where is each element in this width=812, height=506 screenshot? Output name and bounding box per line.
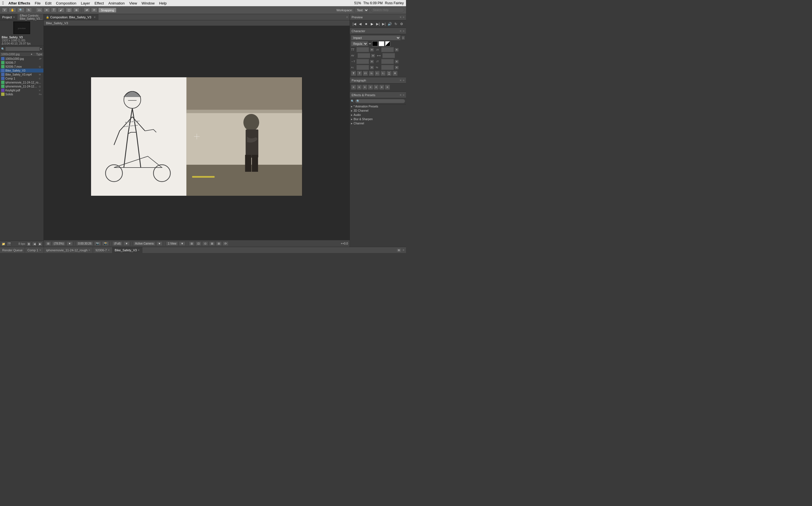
tool-hand[interactable]: ✋: [9, 8, 16, 12]
tsukuri-input[interactable]: 0 %: [381, 65, 394, 70]
menu-view[interactable]: View: [129, 1, 137, 5]
project-item-6[interactable]: iphonemovie_11-24-12_rough: [0, 80, 43, 84]
preview-next-frame[interactable]: ▶|: [376, 21, 381, 26]
tab-effect-controls[interactable]: Effect Controls: Bike_Safety_V3... ✕: [17, 14, 48, 20]
caps-button[interactable]: TT: [363, 71, 368, 76]
apple-menu[interactable]: : [2, 1, 4, 6]
effects-search-input[interactable]: [355, 99, 405, 103]
tl-expand-btn[interactable]: ⊞: [396, 248, 402, 252]
view-count[interactable]: 1 View: [166, 241, 178, 246]
menu-edit[interactable]: Edit: [45, 1, 51, 5]
tool-pen[interactable]: ✒: [44, 8, 50, 12]
project-search-input[interactable]: [5, 47, 40, 51]
zoom-selector[interactable]: ▼: [67, 241, 73, 246]
close-preview[interactable]: ✕: [400, 16, 402, 19]
next-button[interactable]: ▶: [38, 242, 42, 246]
snapping-button[interactable]: Snapping: [98, 8, 117, 13]
menu-composition[interactable]: Composition: [56, 1, 76, 5]
menu-window[interactable]: Window: [141, 1, 155, 5]
menu-effect[interactable]: Effect: [94, 1, 104, 5]
font-size-dropdown[interactable]: ▼: [370, 48, 374, 52]
quality-selector[interactable]: (Full): [112, 241, 122, 246]
leading-input[interactable]: Auto: [381, 47, 394, 52]
preview-loop[interactable]: ↻: [393, 21, 398, 26]
justify-left[interactable]: ≡: [368, 85, 373, 90]
fill-color-box[interactable]: [372, 41, 378, 46]
preview-first-frame[interactable]: |◀: [352, 21, 357, 26]
project-item-3[interactable]: Bike_Safety_V3: [0, 69, 43, 73]
small-caps-button[interactable]: Tt: [369, 71, 374, 76]
fg-bg-swap[interactable]: [385, 41, 390, 46]
tab-render-queue[interactable]: Render Queue: [0, 247, 25, 253]
character-menu[interactable]: ≡: [403, 29, 404, 32]
close-effects[interactable]: ✕: [400, 94, 402, 96]
viewer-opts-1[interactable]: ⊞: [189, 241, 195, 246]
justify-full[interactable]: ≡: [385, 85, 390, 90]
viewer-opts-6[interactable]: ⟳: [223, 241, 228, 246]
comp-options-icon[interactable]: ≡: [346, 15, 348, 19]
close-iphone-tab[interactable]: ✕: [88, 249, 91, 252]
menu-help[interactable]: Help: [159, 1, 167, 5]
close-character[interactable]: ✕: [400, 29, 402, 32]
snapshot-btn[interactable]: 📸: [102, 241, 109, 246]
close-comp1-tab[interactable]: ✕: [39, 249, 41, 252]
category-3d-channel[interactable]: ▶ 3D Channel: [350, 108, 406, 113]
project-item-0[interactable]: 1000x1000.jpg JP: [0, 57, 43, 61]
prev-button[interactable]: ◀: [32, 242, 37, 246]
scale-h-input[interactable]: 100 %: [357, 59, 369, 64]
tracking-dropdown[interactable]: ▼: [371, 54, 375, 58]
effects-menu[interactable]: ≡: [403, 94, 404, 96]
tab-92006[interactable]: 92006-7 ✕: [93, 247, 112, 253]
font-style-select[interactable]: Regular: [351, 41, 368, 46]
align-right[interactable]: ≡: [362, 85, 368, 90]
sub-button[interactable]: T↓: [381, 71, 386, 76]
viewer-area[interactable]: ⊞ (78.5%) ▼ 0:00:30:26 📷 📸 (Full) ▼: [44, 26, 349, 247]
viewer-opts-5[interactable]: ⊞: [216, 241, 222, 246]
baseline-input[interactable]: 0 px: [357, 65, 369, 70]
preview-prev-frame[interactable]: ◀: [358, 21, 363, 26]
eyedropper-btn[interactable]: ✒: [369, 42, 371, 46]
justify-right[interactable]: ≡: [379, 85, 384, 90]
project-item-8[interactable]: Keylight.pdf V: [0, 88, 43, 92]
tool-extra-2[interactable]: ⟳: [91, 8, 97, 12]
scale-v-dropdown[interactable]: ▼: [395, 60, 399, 64]
menu-animation[interactable]: Animation: [108, 1, 125, 5]
close-paragraph[interactable]: ✕: [400, 79, 402, 82]
timecode-display[interactable]: 0:00:30:26: [76, 241, 93, 246]
tab-comp1[interactable]: Comp 1 ✕: [25, 247, 44, 253]
preview-stop[interactable]: ■: [364, 21, 369, 26]
scale-h-dropdown[interactable]: ▼: [370, 60, 374, 64]
tab-iphone-rough[interactable]: iphonemovie_11-24-12_rough ✕: [44, 247, 93, 253]
tool-zoom[interactable]: 🔍: [17, 8, 24, 12]
paragraph-menu[interactable]: ≡: [403, 79, 404, 82]
italic-button[interactable]: T: [357, 71, 362, 76]
preview-last-frame[interactable]: ▶|: [382, 21, 387, 26]
project-item-2[interactable]: 92006-7.mov Q: [0, 65, 43, 69]
composition-viewer[interactable]: [91, 77, 303, 196]
strikethrough-button[interactable]: T: [393, 71, 398, 76]
comp-tab-main[interactable]: 🔒 Composition: Bike_Safety_V3 ✕: [44, 14, 98, 20]
view-dropdown[interactable]: ▼: [179, 241, 185, 246]
preview-menu[interactable]: ≡: [403, 16, 404, 19]
tool-select[interactable]: V: [2, 8, 8, 12]
menu-file[interactable]: File: [35, 1, 40, 5]
toggle-grid-button[interactable]: ⊞: [45, 241, 51, 246]
close-project-tab[interactable]: ✕: [13, 16, 15, 19]
tracking-input[interactable]: Metrics: [358, 53, 370, 58]
stroke-color-box[interactable]: [379, 41, 384, 46]
font-family-select[interactable]: Impact: [351, 35, 401, 40]
category-blur-sharpen[interactable]: ▶ Blur & Sharpen: [350, 117, 406, 121]
project-item-9[interactable]: Solids Fo: [0, 92, 43, 96]
search-help-input[interactable]: [371, 8, 404, 12]
category-audio[interactable]: ▶ Audio: [350, 113, 406, 117]
tool-extra-1[interactable]: ⇄: [84, 8, 90, 12]
preview-audio[interactable]: 🔊: [387, 21, 393, 26]
font-size-input[interactable]: 69 px: [357, 47, 369, 52]
tool-eraser[interactable]: ◫: [66, 8, 72, 12]
close-bike-safety-tab[interactable]: ✕: [137, 249, 140, 252]
tsukuri-dropdown[interactable]: ▼: [395, 66, 399, 69]
active-camera-button[interactable]: Active Camera: [133, 241, 156, 246]
tool-rect[interactable]: ▭: [36, 8, 42, 12]
zoom-display[interactable]: (78.5%): [52, 241, 66, 246]
project-item-1[interactable]: 92006-7: [0, 61, 43, 65]
